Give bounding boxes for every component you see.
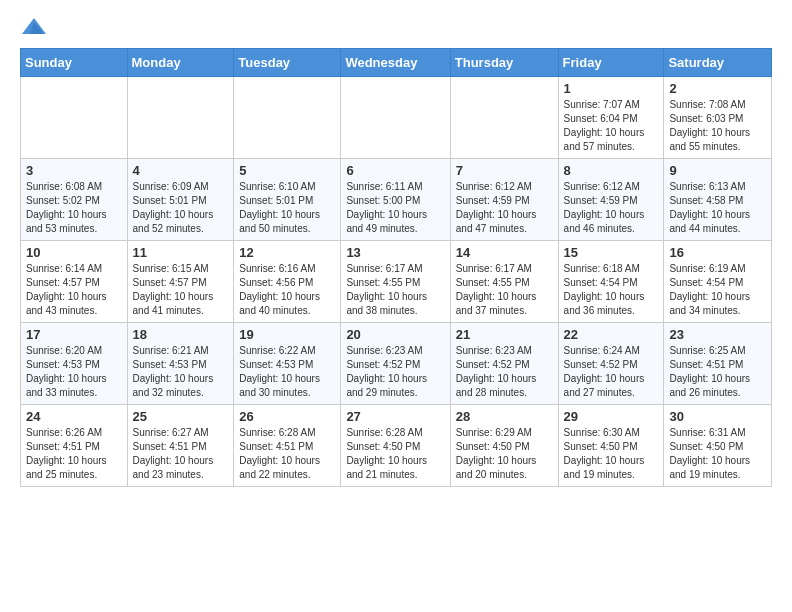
day-cell: 15Sunrise: 6:18 AM Sunset: 4:54 PM Dayli… <box>558 241 664 323</box>
day-info: Sunrise: 6:19 AM Sunset: 4:54 PM Dayligh… <box>669 262 766 318</box>
week-row-3: 10Sunrise: 6:14 AM Sunset: 4:57 PM Dayli… <box>21 241 772 323</box>
day-info: Sunrise: 6:14 AM Sunset: 4:57 PM Dayligh… <box>26 262 122 318</box>
header <box>20 16 772 38</box>
day-cell: 1Sunrise: 7:07 AM Sunset: 6:04 PM Daylig… <box>558 77 664 159</box>
day-cell: 17Sunrise: 6:20 AM Sunset: 4:53 PM Dayli… <box>21 323 128 405</box>
day-number: 20 <box>346 327 444 342</box>
day-number: 13 <box>346 245 444 260</box>
day-cell: 10Sunrise: 6:14 AM Sunset: 4:57 PM Dayli… <box>21 241 128 323</box>
day-number: 15 <box>564 245 659 260</box>
week-row-1: 1Sunrise: 7:07 AM Sunset: 6:04 PM Daylig… <box>21 77 772 159</box>
day-cell: 29Sunrise: 6:30 AM Sunset: 4:50 PM Dayli… <box>558 405 664 487</box>
day-cell: 3Sunrise: 6:08 AM Sunset: 5:02 PM Daylig… <box>21 159 128 241</box>
day-number: 29 <box>564 409 659 424</box>
day-info: Sunrise: 6:28 AM Sunset: 4:50 PM Dayligh… <box>346 426 444 482</box>
day-number: 9 <box>669 163 766 178</box>
day-cell: 19Sunrise: 6:22 AM Sunset: 4:53 PM Dayli… <box>234 323 341 405</box>
day-cell: 4Sunrise: 6:09 AM Sunset: 5:01 PM Daylig… <box>127 159 234 241</box>
day-number: 10 <box>26 245 122 260</box>
day-number: 14 <box>456 245 553 260</box>
day-cell: 16Sunrise: 6:19 AM Sunset: 4:54 PM Dayli… <box>664 241 772 323</box>
day-number: 16 <box>669 245 766 260</box>
day-number: 7 <box>456 163 553 178</box>
day-number: 4 <box>133 163 229 178</box>
day-info: Sunrise: 6:12 AM Sunset: 4:59 PM Dayligh… <box>564 180 659 236</box>
day-info: Sunrise: 6:11 AM Sunset: 5:00 PM Dayligh… <box>346 180 444 236</box>
calendar-header: SundayMondayTuesdayWednesdayThursdayFrid… <box>21 49 772 77</box>
day-info: Sunrise: 6:22 AM Sunset: 4:53 PM Dayligh… <box>239 344 335 400</box>
column-header-tuesday: Tuesday <box>234 49 341 77</box>
day-cell <box>450 77 558 159</box>
page: SundayMondayTuesdayWednesdayThursdayFrid… <box>0 0 792 503</box>
day-info: Sunrise: 6:16 AM Sunset: 4:56 PM Dayligh… <box>239 262 335 318</box>
day-info: Sunrise: 6:15 AM Sunset: 4:57 PM Dayligh… <box>133 262 229 318</box>
day-info: Sunrise: 6:12 AM Sunset: 4:59 PM Dayligh… <box>456 180 553 236</box>
day-cell: 28Sunrise: 6:29 AM Sunset: 4:50 PM Dayli… <box>450 405 558 487</box>
logo-area <box>20 16 52 38</box>
column-header-sunday: Sunday <box>21 49 128 77</box>
day-info: Sunrise: 6:27 AM Sunset: 4:51 PM Dayligh… <box>133 426 229 482</box>
day-number: 1 <box>564 81 659 96</box>
day-cell <box>341 77 450 159</box>
day-cell: 2Sunrise: 7:08 AM Sunset: 6:03 PM Daylig… <box>664 77 772 159</box>
day-cell: 23Sunrise: 6:25 AM Sunset: 4:51 PM Dayli… <box>664 323 772 405</box>
column-header-thursday: Thursday <box>450 49 558 77</box>
day-info: Sunrise: 6:21 AM Sunset: 4:53 PM Dayligh… <box>133 344 229 400</box>
column-header-wednesday: Wednesday <box>341 49 450 77</box>
day-cell: 9Sunrise: 6:13 AM Sunset: 4:58 PM Daylig… <box>664 159 772 241</box>
logo <box>20 16 52 38</box>
day-cell <box>21 77 128 159</box>
day-cell <box>127 77 234 159</box>
day-info: Sunrise: 6:23 AM Sunset: 4:52 PM Dayligh… <box>456 344 553 400</box>
day-number: 26 <box>239 409 335 424</box>
day-number: 25 <box>133 409 229 424</box>
calendar-body: 1Sunrise: 7:07 AM Sunset: 6:04 PM Daylig… <box>21 77 772 487</box>
day-info: Sunrise: 6:13 AM Sunset: 4:58 PM Dayligh… <box>669 180 766 236</box>
column-header-saturday: Saturday <box>664 49 772 77</box>
day-number: 24 <box>26 409 122 424</box>
day-cell: 30Sunrise: 6:31 AM Sunset: 4:50 PM Dayli… <box>664 405 772 487</box>
day-cell: 12Sunrise: 6:16 AM Sunset: 4:56 PM Dayli… <box>234 241 341 323</box>
day-number: 6 <box>346 163 444 178</box>
day-info: Sunrise: 7:08 AM Sunset: 6:03 PM Dayligh… <box>669 98 766 154</box>
day-number: 12 <box>239 245 335 260</box>
column-header-friday: Friday <box>558 49 664 77</box>
header-row: SundayMondayTuesdayWednesdayThursdayFrid… <box>21 49 772 77</box>
day-info: Sunrise: 6:31 AM Sunset: 4:50 PM Dayligh… <box>669 426 766 482</box>
day-number: 21 <box>456 327 553 342</box>
day-number: 23 <box>669 327 766 342</box>
day-cell: 27Sunrise: 6:28 AM Sunset: 4:50 PM Dayli… <box>341 405 450 487</box>
calendar: SundayMondayTuesdayWednesdayThursdayFrid… <box>20 48 772 487</box>
day-number: 18 <box>133 327 229 342</box>
day-info: Sunrise: 6:20 AM Sunset: 4:53 PM Dayligh… <box>26 344 122 400</box>
day-number: 8 <box>564 163 659 178</box>
day-info: Sunrise: 7:07 AM Sunset: 6:04 PM Dayligh… <box>564 98 659 154</box>
day-number: 17 <box>26 327 122 342</box>
day-number: 27 <box>346 409 444 424</box>
day-cell: 18Sunrise: 6:21 AM Sunset: 4:53 PM Dayli… <box>127 323 234 405</box>
day-info: Sunrise: 6:18 AM Sunset: 4:54 PM Dayligh… <box>564 262 659 318</box>
day-number: 30 <box>669 409 766 424</box>
day-cell: 11Sunrise: 6:15 AM Sunset: 4:57 PM Dayli… <box>127 241 234 323</box>
day-info: Sunrise: 6:10 AM Sunset: 5:01 PM Dayligh… <box>239 180 335 236</box>
day-info: Sunrise: 6:17 AM Sunset: 4:55 PM Dayligh… <box>456 262 553 318</box>
day-number: 3 <box>26 163 122 178</box>
day-info: Sunrise: 6:09 AM Sunset: 5:01 PM Dayligh… <box>133 180 229 236</box>
day-number: 2 <box>669 81 766 96</box>
day-info: Sunrise: 6:23 AM Sunset: 4:52 PM Dayligh… <box>346 344 444 400</box>
day-number: 28 <box>456 409 553 424</box>
day-info: Sunrise: 6:17 AM Sunset: 4:55 PM Dayligh… <box>346 262 444 318</box>
day-cell: 20Sunrise: 6:23 AM Sunset: 4:52 PM Dayli… <box>341 323 450 405</box>
day-info: Sunrise: 6:29 AM Sunset: 4:50 PM Dayligh… <box>456 426 553 482</box>
day-number: 11 <box>133 245 229 260</box>
day-number: 19 <box>239 327 335 342</box>
day-cell: 7Sunrise: 6:12 AM Sunset: 4:59 PM Daylig… <box>450 159 558 241</box>
week-row-2: 3Sunrise: 6:08 AM Sunset: 5:02 PM Daylig… <box>21 159 772 241</box>
day-info: Sunrise: 6:26 AM Sunset: 4:51 PM Dayligh… <box>26 426 122 482</box>
day-info: Sunrise: 6:24 AM Sunset: 4:52 PM Dayligh… <box>564 344 659 400</box>
day-number: 5 <box>239 163 335 178</box>
column-header-monday: Monday <box>127 49 234 77</box>
day-info: Sunrise: 6:25 AM Sunset: 4:51 PM Dayligh… <box>669 344 766 400</box>
day-info: Sunrise: 6:08 AM Sunset: 5:02 PM Dayligh… <box>26 180 122 236</box>
day-number: 22 <box>564 327 659 342</box>
